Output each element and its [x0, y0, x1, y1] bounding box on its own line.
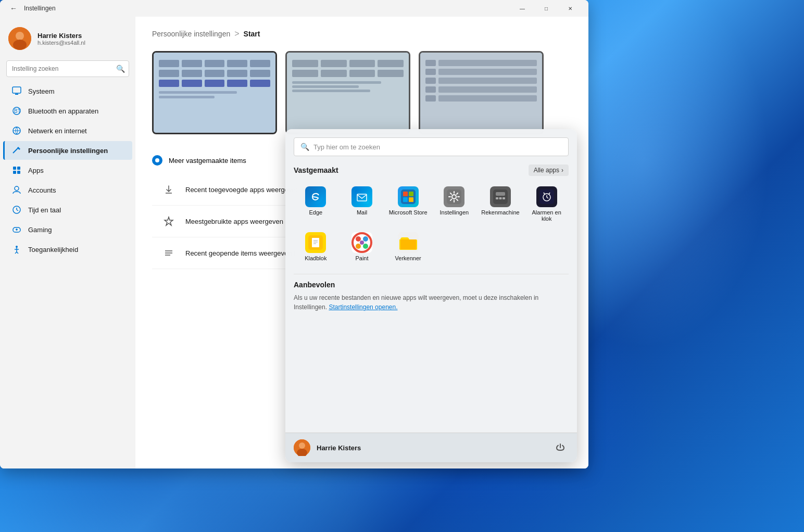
edge-label: Edge — [309, 209, 322, 216]
rekenmachine-icon — [490, 186, 511, 207]
start-search-bar[interactable]: 🔍 Typ hier om te zoeken — [294, 137, 569, 156]
svg-point-65 — [299, 442, 305, 449]
verkenner-label: Verkenner — [395, 255, 421, 261]
sidebar-item-persoonlijk[interactable]: Persoonlijke instellingen — [3, 141, 132, 160]
sidebar-item-accounts[interactable]: Accounts — [3, 181, 132, 199]
user-name: Harrie Kisters — [37, 32, 127, 40]
recommended-title: Aanbevolen — [294, 281, 569, 289]
pinned-title: Vastgemaakt — [294, 166, 338, 174]
svg-rect-34 — [403, 192, 408, 196]
svg-point-59 — [363, 236, 368, 242]
sidebar-item-label: Apps — [28, 167, 44, 174]
layout-card-3[interactable] — [419, 51, 544, 134]
mail-label: Mail — [357, 209, 367, 216]
window-title: Instellingen — [24, 5, 510, 12]
layout-card-2[interactable] — [285, 51, 410, 134]
svg-point-2 — [13, 40, 27, 50]
maximize-button[interactable]: □ — [534, 0, 558, 17]
svg-rect-10 — [13, 167, 16, 170]
back-button[interactable]: ← — [6, 1, 21, 16]
svg-rect-3 — [12, 87, 21, 93]
svg-point-60 — [356, 244, 361, 249]
sidebar-item-bluetooth[interactable]: BT Bluetooth en apparaten — [3, 102, 132, 120]
sidebar-item-gaming[interactable]: Gaming — [3, 220, 132, 239]
svg-rect-11 — [17, 167, 20, 170]
radio-label: Meer vastgemaakte items — [169, 157, 246, 164]
recommended-link[interactable]: Startinstellingen openen. — [329, 303, 397, 311]
sidebar-item-label: Netwerk en internet — [28, 127, 87, 135]
svg-point-14 — [15, 186, 19, 191]
sidebar-item-systeem[interactable]: Systeem — [3, 82, 132, 100]
close-button[interactable]: ✕ — [558, 0, 582, 17]
app-verkenner[interactable]: Verkenner — [386, 228, 430, 265]
start-search-icon: 🔍 — [300, 143, 309, 151]
user-info: Harrie Kisters h.kisters@xs4all.nl — [37, 32, 127, 46]
verkenner-icon — [398, 232, 419, 253]
sidebar-item-netwerk[interactable]: Netwerk en internet — [3, 121, 132, 140]
app-edge[interactable]: Edge — [294, 182, 338, 226]
minimize-button[interactable]: — — [510, 0, 534, 17]
svg-rect-35 — [409, 192, 413, 196]
footer-avatar — [294, 439, 310, 456]
user-profile[interactable]: Harrie Kisters h.kisters@xs4all.nl — [0, 21, 135, 56]
svg-rect-4 — [15, 94, 18, 95]
sidebar-item-apps[interactable]: Apps — [3, 161, 132, 180]
store-icon — [398, 186, 419, 207]
svg-point-61 — [363, 244, 368, 249]
titlebar: ← Instellingen — □ ✕ — [0, 0, 588, 17]
sidebar: Harrie Kisters h.kisters@xs4all.nl 🔍 Sys… — [0, 17, 135, 468]
all-apps-button[interactable]: Alle apps › — [529, 164, 569, 176]
search-icon: 🔍 — [116, 65, 125, 73]
toegankelijkheid-icon — [11, 244, 22, 255]
mail-icon — [351, 186, 372, 207]
svg-line-25 — [17, 252, 18, 254]
breadcrumb-separator: > — [234, 29, 239, 39]
alarm-label: Alarmen en klok — [526, 209, 567, 222]
layout-card-1[interactable] — [152, 51, 277, 134]
svg-line-9 — [13, 148, 18, 153]
app-kladblok[interactable]: Kladblok — [294, 228, 338, 265]
option-icon-recent — [160, 245, 177, 261]
svg-rect-41 — [496, 192, 505, 196]
layout-options — [152, 51, 572, 134]
window-controls: — □ ✕ — [510, 0, 582, 17]
svg-point-1 — [16, 32, 24, 40]
sidebar-item-label: Accounts — [28, 186, 56, 194]
svg-rect-12 — [13, 171, 16, 174]
sidebar-item-label: Gaming — [28, 226, 52, 234]
app-mail[interactable]: Mail — [340, 182, 384, 226]
app-store[interactable]: Microsoft Store — [386, 182, 430, 226]
apps-icon — [11, 165, 22, 175]
radio-circle — [152, 155, 162, 166]
app-rekenmachine[interactable]: Rekenmachine — [479, 182, 523, 226]
footer-username: Harrie Kisters — [317, 444, 546, 452]
svg-line-17 — [17, 210, 18, 211]
start-content: Vastgemaakt Alle apps › Edge — [285, 160, 577, 433]
app-instellingen[interactable]: Instellingen — [432, 182, 476, 226]
netwerk-icon — [11, 125, 22, 136]
avatar — [8, 27, 31, 50]
bluetooth-icon: BT — [11, 106, 22, 116]
store-label: Microsoft Store — [389, 209, 428, 216]
app-paint[interactable]: Paint — [340, 228, 384, 265]
sidebar-item-label: Toegankelijkheid — [28, 246, 78, 254]
systeem-icon — [11, 86, 22, 96]
svg-rect-52 — [312, 238, 319, 247]
sidebar-item-label: Systeem — [28, 87, 55, 95]
svg-point-62 — [360, 240, 364, 245]
sidebar-item-toegankelijkheid[interactable]: Toegankelijkheid — [3, 240, 132, 259]
svg-text:BT: BT — [14, 108, 21, 114]
app-alarm[interactable]: Alarmen en klok — [524, 182, 569, 226]
svg-rect-33 — [401, 189, 416, 204]
power-button[interactable] — [552, 439, 569, 456]
breadcrumb-current: Start — [244, 30, 260, 38]
search-input[interactable] — [6, 60, 129, 77]
svg-point-21 — [16, 246, 18, 248]
svg-rect-40 — [493, 189, 508, 204]
start-search-placeholder: Typ hier om te zoeken — [313, 143, 380, 151]
paint-icon — [351, 232, 372, 253]
sidebar-item-tijd[interactable]: Tijd en taal — [3, 200, 132, 219]
option-icon-download — [160, 181, 177, 198]
accounts-icon — [11, 185, 22, 195]
tijd-icon — [11, 205, 22, 215]
